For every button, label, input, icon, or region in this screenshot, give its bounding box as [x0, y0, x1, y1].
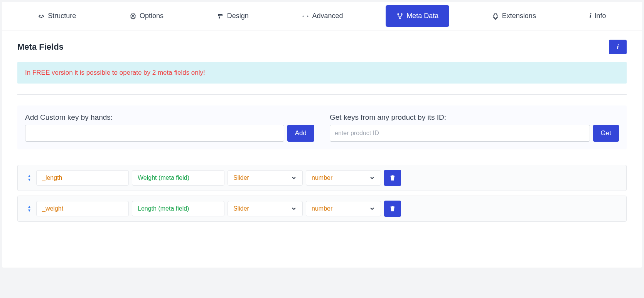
meta-fields-list: ▲ ▼ _length Weight (meta field) Slider n…: [17, 165, 627, 222]
svg-point-0: [132, 15, 134, 17]
field-key-input[interactable]: _weight: [36, 201, 129, 216]
info-button[interactable]: i: [609, 40, 627, 54]
puzzle-icon: [492, 13, 499, 20]
gear-icon: [130, 13, 137, 20]
trash-icon: [389, 174, 396, 181]
sort-down-icon: ▼: [27, 209, 31, 213]
tab-label: Meta Data: [406, 12, 438, 20]
field-widget-select[interactable]: Slider: [228, 201, 303, 216]
field-type-select[interactable]: number: [306, 201, 381, 216]
tab-label: Info: [595, 12, 606, 20]
tab-extensions[interactable]: Extensions: [481, 5, 547, 27]
chevron-down-icon: [369, 206, 375, 212]
cubes-icon: [38, 13, 45, 20]
custom-key-label: Add Custom key by hands:: [25, 113, 314, 122]
tab-design[interactable]: Design: [206, 5, 260, 27]
svg-point-3: [400, 17, 401, 18]
paint-icon: [217, 13, 224, 20]
select-value: Slider: [233, 205, 249, 212]
svg-point-2: [401, 13, 402, 15]
tab-structure[interactable]: Structure: [27, 5, 87, 27]
add-button[interactable]: Add: [287, 125, 314, 142]
chevron-down-icon: [291, 206, 297, 212]
select-value: Slider: [233, 174, 249, 181]
tab-label: Structure: [48, 12, 76, 20]
field-widget-select[interactable]: Slider: [228, 170, 303, 186]
drag-handle[interactable]: ▲ ▼: [25, 205, 33, 213]
info-icon: i: [590, 12, 592, 20]
meta-field-row: ▲ ▼ _length Weight (meta field) Slider n…: [17, 165, 627, 191]
field-title-input[interactable]: Weight (meta field): [132, 170, 224, 186]
tab-label: Options: [140, 12, 164, 20]
drag-handle[interactable]: ▲ ▼: [25, 174, 33, 182]
tab-info[interactable]: i Info: [579, 5, 617, 27]
notice-banner: In FREE version it is possible to operat…: [17, 62, 627, 84]
sort-down-icon: ▼: [27, 178, 31, 182]
steam-icon: [302, 13, 309, 20]
product-id-input[interactable]: [330, 125, 590, 142]
tab-label: Extensions: [502, 12, 536, 20]
add-keys-panel: Add Custom key by hands: Add Get keys fr…: [17, 105, 627, 149]
field-key-input[interactable]: _length: [36, 170, 129, 186]
tab-label: Advanced: [312, 12, 343, 20]
tab-advanced[interactable]: Advanced: [291, 5, 354, 27]
get-keys-label: Get keys from any product by its ID:: [330, 113, 619, 122]
chevron-down-icon: [291, 175, 297, 181]
branch-icon: [396, 13, 403, 20]
trash-icon: [389, 205, 396, 212]
custom-key-input[interactable]: [25, 125, 284, 142]
tab-label: Design: [227, 12, 249, 20]
tab-meta-data[interactable]: Meta Data: [386, 5, 449, 27]
page-title: Meta Fields: [17, 42, 64, 52]
select-value: number: [312, 205, 332, 212]
field-type-select[interactable]: number: [306, 170, 381, 186]
info-icon: i: [617, 43, 619, 51]
select-value: number: [312, 174, 332, 181]
get-button[interactable]: Get: [593, 125, 619, 142]
chevron-down-icon: [369, 175, 375, 181]
field-title-input[interactable]: Length (meta field): [132, 201, 224, 216]
tabs-bar: Structure Options Design Advanced Meta D…: [2, 2, 642, 30]
tab-options[interactable]: Options: [119, 5, 174, 27]
delete-button[interactable]: [384, 201, 401, 217]
meta-field-row: ▲ ▼ _weight Length (meta field) Slider n…: [17, 196, 627, 222]
svg-point-1: [398, 13, 399, 15]
divider: [17, 94, 627, 95]
delete-button[interactable]: [384, 170, 401, 186]
